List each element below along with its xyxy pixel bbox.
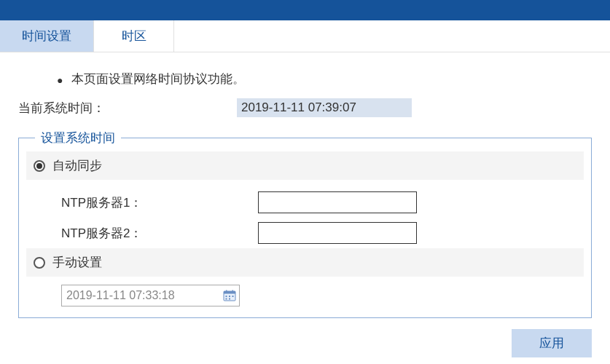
- ntp-server-1-row: NTP服务器1：: [26, 187, 584, 218]
- bullet-icon: ●: [57, 74, 63, 86]
- apply-button[interactable]: 应用: [512, 329, 592, 357]
- content-area: ●本页面设置网络时间协议功能。 当前系统时间： 2019-11-11 07:39…: [0, 52, 610, 364]
- ntp-server-2-label: NTP服务器2：: [61, 225, 258, 242]
- manual-set-label: 手动设置: [52, 254, 102, 271]
- auto-sync-label: 自动同步: [52, 157, 102, 174]
- current-time-value: 2019-11-11 07:39:07: [237, 98, 412, 117]
- svg-rect-8: [229, 298, 230, 300]
- manual-datetime-input[interactable]: 2019-11-11 07:33:18: [61, 285, 240, 306]
- tab-timezone[interactable]: 时区: [94, 20, 174, 52]
- current-time-row: 当前系统时间： 2019-11-11 07:39:07: [15, 98, 595, 130]
- manual-set-option[interactable]: 手动设置: [26, 248, 584, 277]
- ntp-server-2-row: NTP服务器2：: [26, 218, 584, 248]
- svg-rect-1: [224, 291, 235, 294]
- ntp-server-2-input[interactable]: [258, 222, 417, 244]
- svg-rect-3: [232, 290, 234, 293]
- description-text: 本页面设置网络时间协议功能。: [71, 72, 245, 86]
- auto-sync-option[interactable]: 自动同步: [26, 151, 584, 180]
- manual-date-row: 2019-11-11 07:33:18: [26, 280, 584, 306]
- ntp-server-1-input[interactable]: [258, 191, 417, 213]
- manual-set-radio[interactable]: [34, 257, 45, 269]
- svg-rect-4: [226, 296, 227, 297]
- button-row: 应用: [15, 318, 595, 357]
- set-time-fieldset: 设置系统时间 自动同步 NTP服务器1： NTP服务器2： 手动设置 2019-…: [18, 138, 592, 318]
- svg-rect-5: [229, 296, 230, 297]
- calendar-icon[interactable]: [223, 290, 236, 301]
- manual-datetime-value: 2019-11-11 07:33:18: [66, 289, 175, 302]
- svg-rect-7: [226, 298, 227, 300]
- fieldset-legend: 设置系统时间: [35, 130, 121, 146]
- top-banner: [0, 0, 610, 20]
- svg-rect-2: [226, 290, 227, 293]
- description-row: ●本页面设置网络时间协议功能。: [15, 67, 595, 98]
- tab-bar: 时间设置 时区: [0, 20, 610, 52]
- ntp-server-1-label: NTP服务器1：: [61, 194, 258, 211]
- auto-sync-radio[interactable]: [34, 160, 45, 172]
- svg-rect-6: [232, 296, 234, 297]
- tab-time-settings[interactable]: 时间设置: [0, 20, 94, 52]
- current-time-label: 当前系统时间：: [18, 100, 237, 116]
